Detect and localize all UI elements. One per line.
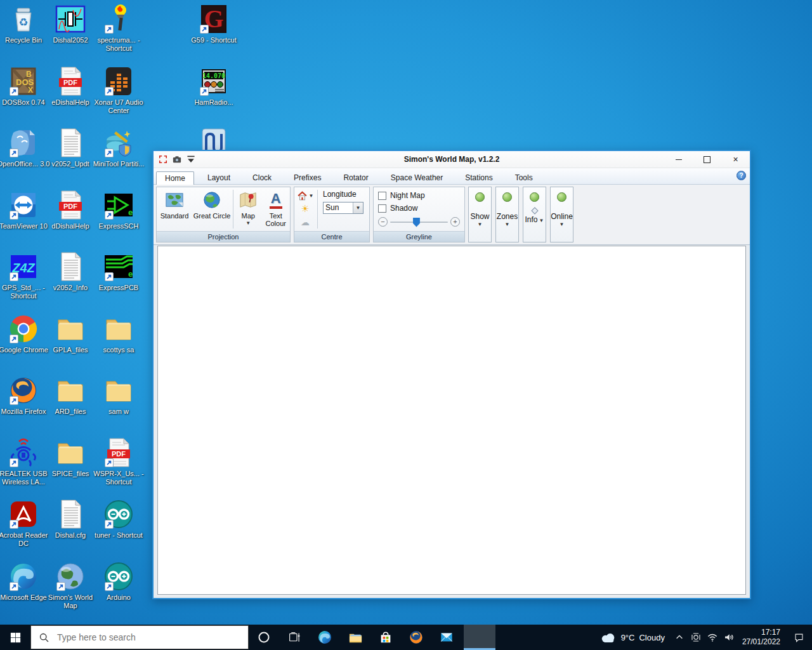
desktop-icon-arduino-29[interactable]: tuner - Shortcut xyxy=(92,499,145,540)
greyline-slider-handle[interactable] xyxy=(413,218,420,227)
desktop-icon-realtek-24[interactable]: REALTEK USB Wireless LA... xyxy=(0,437,50,487)
qat-customize-icon[interactable] xyxy=(186,155,195,164)
desktop-icon-torch-2[interactable]: spectruma... - Shortcut xyxy=(92,4,145,53)
desktop-icon-folder-20[interactable]: scottys sa xyxy=(92,314,145,354)
ribbon-toggle-online[interactable]: Online▼ xyxy=(550,187,573,242)
desktop-icon-zaz-15[interactable]: Z4ZGPS_Std_... - Shortcut xyxy=(0,251,50,301)
night-map-checkbox[interactable] xyxy=(378,192,386,200)
desktop-icon-expresspcb-17[interactable]: eExpressPCB xyxy=(92,251,145,292)
edge-taskbar-button[interactable] xyxy=(310,625,340,650)
screenshot-camera-icon[interactable] xyxy=(172,155,181,164)
text-colour-button[interactable]: A Text Colour xyxy=(262,187,290,231)
task-view-button[interactable] xyxy=(279,625,310,650)
tab-prefixes[interactable]: Prefixes xyxy=(285,171,330,184)
svg-text:X: X xyxy=(28,86,33,95)
ribbon: Standard Great Circle Map ▼ xyxy=(154,185,750,245)
greyline-minus-button[interactable]: − xyxy=(378,217,388,227)
tab-space-weather[interactable]: Space Weather xyxy=(382,171,452,184)
tray-overflow-button[interactable] xyxy=(671,625,688,650)
desktop-icon-teamviewer-12[interactable]: TeamViewer 10 xyxy=(0,190,50,230)
map-canvas[interactable] xyxy=(157,246,746,595)
desktop-icon-folder-22[interactable]: ARD_files xyxy=(44,375,97,416)
tab-rotator[interactable]: Rotator xyxy=(334,171,377,184)
map-pin-icon xyxy=(239,190,258,209)
desktop-icon-recycle-bin-0[interactable]: ♻Recycle Bin xyxy=(0,4,50,44)
desktop-icon-minitool-10[interactable]: MiniTool Partiti... xyxy=(92,128,145,168)
desktop-icon-dosbox-4[interactable]: DOSBXDOSBox 0.74 xyxy=(0,66,50,107)
store-taskbar-button[interactable] xyxy=(370,625,401,650)
desktop-icon-hamradio-7[interactable]: 14.070HamRadio... xyxy=(187,66,240,107)
desktop-icon-acrobat-27[interactable]: Acrobat Reader DC xyxy=(0,499,50,548)
ribbon-toggle-show[interactable]: Show▼ xyxy=(468,187,492,242)
great-circle-projection-button[interactable]: Great Circle xyxy=(192,187,232,231)
network-button[interactable] xyxy=(704,625,721,650)
action-center-button[interactable] xyxy=(785,625,812,650)
map-dropdown-button[interactable]: Map ▼ xyxy=(235,187,262,231)
tab-layout[interactable]: Layout xyxy=(199,171,239,184)
centre-cloud-button[interactable]: ☁ xyxy=(301,216,310,228)
active-app-taskbar-button[interactable] xyxy=(464,625,495,650)
tab-home[interactable]: Home xyxy=(156,171,194,185)
desktop-icon-pdf-5[interactable]: PDFeDishalHelp xyxy=(44,66,97,107)
desktop-icon-edge-30[interactable]: Microsoft Edge xyxy=(0,561,50,602)
desktop-icon-doc-9[interactable]: v2052_Updt xyxy=(44,128,97,168)
desktop-icon-doc-28[interactable]: Dishal.cfg xyxy=(44,499,97,540)
chevron-down-icon[interactable]: ▼ xyxy=(353,202,363,213)
desktop-icon-g59-3[interactable]: GG59 - Shortcut xyxy=(187,4,240,44)
desktop-icon-folder-25[interactable]: SPICE_files xyxy=(44,437,97,478)
tab-clock[interactable]: Clock xyxy=(244,171,280,184)
group-label-centre: Centre xyxy=(294,231,369,242)
desktop-icon-pdf-26[interactable]: PDFWSPR-X_Us... - Shortcut xyxy=(92,437,145,487)
desktop-icon-expresssch-14[interactable]: eExpressSCH xyxy=(92,190,145,230)
centre-sun-button[interactable]: ☀ xyxy=(301,203,309,215)
night-map-label: Night Map xyxy=(390,191,425,200)
tab-tools[interactable]: Tools xyxy=(506,171,542,184)
standard-projection-button[interactable]: Standard xyxy=(157,187,192,231)
minimize-button[interactable] xyxy=(664,151,693,168)
tab-stations[interactable]: Stations xyxy=(456,171,501,184)
notification-icon xyxy=(794,632,804,643)
ribbon-toggle-info[interactable]: Info▼ xyxy=(523,187,546,242)
search-input[interactable] xyxy=(56,632,217,643)
folder-icon xyxy=(55,375,86,406)
desktop-icon-arduino-32[interactable]: Arduino xyxy=(92,561,145,602)
desktop-icon-xonar-6[interactable]: Xonar U7 Audio Center xyxy=(92,66,145,116)
status-dot-icon xyxy=(502,192,512,202)
firefox-taskbar-button[interactable] xyxy=(401,625,431,650)
desktop-icon-globe-31[interactable]: Simon's World Map xyxy=(44,561,97,611)
desktop-icon-firefox-21[interactable]: Mozilla Firefox xyxy=(0,375,50,416)
pdf-icon: PDF xyxy=(55,190,86,220)
help-icon[interactable]: ? xyxy=(737,171,746,180)
shadow-checkbox[interactable] xyxy=(378,204,386,213)
group-label-greyline: Greyline xyxy=(374,231,464,242)
mail-taskbar-button[interactable] xyxy=(431,625,462,650)
meet-now-button[interactable] xyxy=(688,625,704,650)
close-button[interactable]: × xyxy=(721,151,750,168)
longitude-select[interactable]: Sun ▼ xyxy=(323,202,363,214)
volume-button[interactable] xyxy=(721,625,737,650)
greyline-slider[interactable] xyxy=(390,218,448,227)
file-explorer-icon xyxy=(348,630,363,645)
maximize-button[interactable] xyxy=(693,151,721,168)
desktop-icon-doc-16[interactable]: v2052_Info xyxy=(44,251,97,292)
desktop-icon-dishal-1[interactable]: Dishal2052 xyxy=(44,4,97,44)
greyline-plus-button[interactable]: + xyxy=(450,217,460,227)
desktop-icon-folder-19[interactable]: GPLA_files xyxy=(44,314,97,354)
fullscreen-icon[interactable] xyxy=(158,155,167,164)
hamradio-icon: 14.070 xyxy=(199,66,229,96)
centre-home-button[interactable]: ▼ xyxy=(297,190,314,201)
ribbon-toggle-zones[interactable]: Zones▼ xyxy=(495,187,519,242)
chevron-down-icon: ▼ xyxy=(539,218,544,223)
file-explorer-taskbar-button[interactable] xyxy=(340,625,370,650)
doc-icon xyxy=(55,251,86,282)
start-button[interactable] xyxy=(0,625,30,650)
desktop-icon-folder-23[interactable]: sam w xyxy=(92,375,145,416)
shortcut-arrow-icon xyxy=(105,211,114,220)
cortana-button[interactable] xyxy=(249,625,279,650)
taskbar-search[interactable] xyxy=(30,625,249,649)
taskbar-clock[interactable]: 17:17 27/01/2022 xyxy=(737,628,785,647)
weather-widget[interactable]: 9°C Cloudy xyxy=(594,632,671,643)
desktop-icon-chrome-18[interactable]: Google Chrome xyxy=(0,314,50,354)
desktop-icon-openoffice-8[interactable]: OpenOffice... 3.0 xyxy=(0,128,50,168)
desktop-icon-pdf-13[interactable]: PDFdDishalHelp xyxy=(44,190,97,230)
